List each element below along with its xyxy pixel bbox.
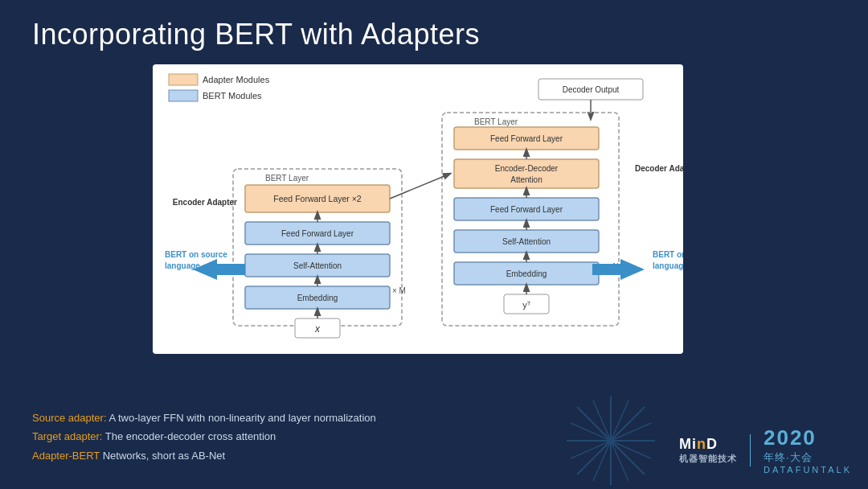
svg-text:Feed Forward Layer: Feed Forward Layer <box>490 134 563 143</box>
svg-text:Feed Forward Layer: Feed Forward Layer <box>281 229 354 238</box>
adapter-bert-text: Networks, short as AB-Net <box>103 450 225 462</box>
svg-text:× M: × M <box>392 286 406 295</box>
svg-text:Encoder-Decoder: Encoder-Decoder <box>495 164 559 173</box>
star-decoration <box>563 392 659 489</box>
svg-text:Self-Attention: Self-Attention <box>502 237 551 246</box>
slide-title: Incorporating BERT with Adapters <box>32 18 480 51</box>
svg-text:Decoder Adapter: Decoder Adapter <box>635 164 683 173</box>
architecture-diagram: Adapter Modules BERT Modules Decoder Out… <box>153 64 683 354</box>
svg-rect-2 <box>169 90 198 101</box>
source-adapter-text: A two-layer FFN with non-linearity and l… <box>108 412 375 424</box>
svg-text:language: language <box>165 261 200 270</box>
svg-text:BERT on source: BERT on source <box>165 250 227 259</box>
svg-text:BERT Layer: BERT Layer <box>474 117 518 126</box>
svg-rect-0 <box>169 74 198 85</box>
chinese-label: 机器智能技术 <box>679 453 737 465</box>
svg-text:Self-Attention: Self-Attention <box>293 261 342 270</box>
adapter-bert-line: Adapter-BERT Networks, short as AB-Net <box>32 446 376 465</box>
svg-text:Attention: Attention <box>510 175 542 184</box>
svg-text:BERT Modules: BERT Modules <box>203 91 262 101</box>
target-adapter-label: Target adapter: <box>32 430 102 442</box>
adapter-bert-label: Adapter-BERT <box>32 450 100 462</box>
source-adapter-label: Source adapter: <box>32 412 107 424</box>
logo-separator <box>750 434 751 466</box>
svg-text:Adapter Modules: Adapter Modules <box>203 75 270 84</box>
svg-text:Feed Forward Layer: Feed Forward Layer <box>490 205 563 214</box>
source-adapter-line: Source adapter: A two-layer FFN with non… <box>32 409 376 427</box>
svg-text:BERT Layer: BERT Layer <box>265 174 309 183</box>
svg-line-47 <box>390 174 450 199</box>
svg-rect-51 <box>592 264 620 275</box>
target-adapter-text: The encoder-decoder cross attention <box>105 430 276 442</box>
logo-area: MinD 机器智能技术 2020 年终·大会 DATAFUNTALK <box>679 425 852 475</box>
mind-logo: MinD 机器智能技术 <box>679 436 737 465</box>
svg-rect-49 <box>217 264 245 275</box>
event-text: 年终·大会 <box>764 450 852 465</box>
svg-text:language: language <box>653 261 683 270</box>
svg-text:Encoder Adapter: Encoder Adapter <box>173 198 237 207</box>
bottom-text: Source adapter: A two-layer FFN with non… <box>32 409 376 465</box>
year-logo: 2020 年终·大会 DATAFUNTALK <box>764 425 852 475</box>
year-text: 2020 <box>764 425 852 450</box>
target-adapter-line: Target adapter: The encoder-decoder cros… <box>32 427 376 446</box>
svg-text:yᵀ: yᵀ <box>522 300 531 310</box>
svg-text:BERT on target: BERT on target <box>653 250 683 259</box>
svg-text:Decoder Output: Decoder Output <box>563 85 620 94</box>
svg-text:Embedding: Embedding <box>297 294 338 302</box>
svg-text:x: x <box>314 323 321 335</box>
svg-text:Embedding: Embedding <box>506 269 547 278</box>
datafuntalk-text: DATAFUNTALK <box>764 465 852 475</box>
svg-text:Feed Forward Layer ×2: Feed Forward Layer ×2 <box>273 194 362 203</box>
svg-marker-50 <box>620 259 645 280</box>
diagram-container: Adapter Modules BERT Modules Decoder Out… <box>153 64 683 354</box>
